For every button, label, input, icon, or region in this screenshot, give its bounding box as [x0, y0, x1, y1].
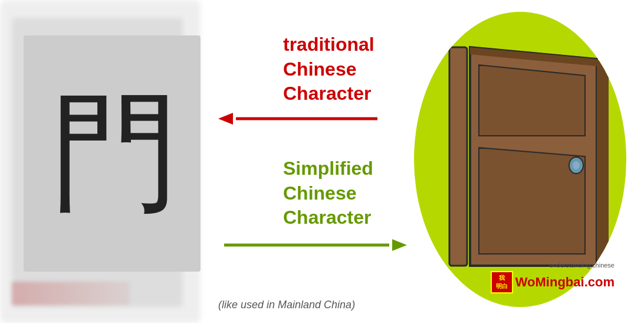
mainland-note: (like used in Mainland China) — [218, 299, 355, 311]
character-display: 門 — [24, 35, 201, 272]
green-arrow — [218, 236, 407, 254]
blurred-bottom-text — [12, 282, 130, 305]
simplified-line1: Simplified — [283, 156, 373, 181]
labels-area: traditional Chinese Character Simplified… — [212, 0, 448, 323]
traditional-character: 門 — [50, 89, 174, 218]
branding-area: understanding chinese 我 明白 WoMingbai.com — [491, 271, 615, 293]
svg-point-5 — [573, 161, 580, 169]
svg-rect-0 — [449, 47, 467, 266]
simplified-line3: Character — [283, 205, 373, 230]
svg-marker-7 — [597, 59, 609, 275]
svg-marker-9 — [218, 113, 233, 125]
brand-name: WoMingbai.com — [515, 275, 615, 290]
svg-marker-11 — [392, 239, 407, 251]
brand-subtitle: understanding chinese — [549, 262, 615, 269]
traditional-label: traditional Chinese Character — [283, 32, 374, 106]
traditional-line2: Chinese — [283, 57, 374, 82]
simplified-line2: Chinese — [283, 181, 373, 206]
brand-badge: 我 明白 — [491, 271, 513, 293]
simplified-label: Simplified Chinese Character — [283, 156, 373, 230]
badge-line1: 我 — [499, 274, 505, 282]
red-arrow — [218, 110, 383, 128]
svg-marker-2 — [479, 65, 585, 136]
traditional-line1: traditional — [283, 32, 374, 57]
traditional-line3: Character — [283, 81, 374, 106]
badge-line2: 明白 — [496, 282, 508, 291]
